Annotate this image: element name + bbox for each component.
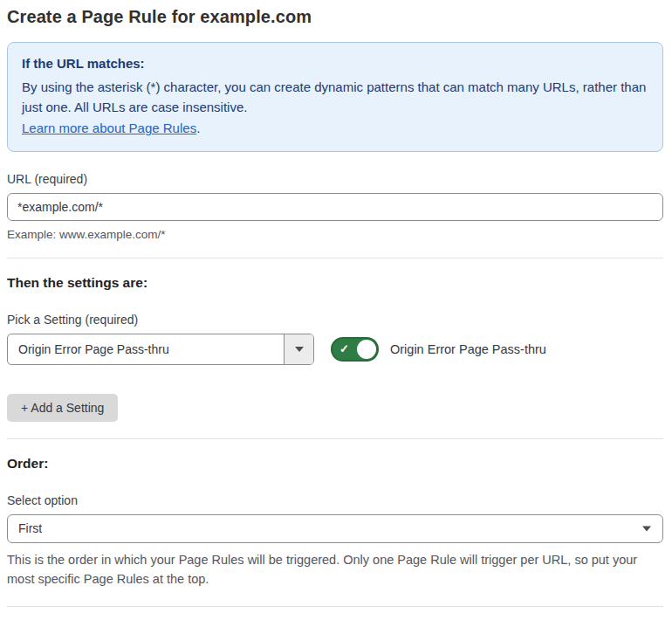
order-section-heading: Order: — [7, 456, 663, 472]
divider — [7, 438, 663, 439]
setting-select-caret-button[interactable] — [284, 334, 313, 364]
order-helper-text: This is the order in which your Page Rul… — [7, 550, 663, 589]
settings-section-heading: Then the settings are: — [7, 275, 663, 291]
info-callout-heading: If the URL matches: — [22, 53, 648, 74]
setting-select-value: Origin Error Page Pass-thru — [8, 334, 284, 364]
info-callout-body: By using the asterisk (*) character, you… — [22, 77, 648, 118]
chevron-down-icon — [295, 347, 304, 352]
url-match-info-callout: If the URL matches: By using the asteris… — [7, 42, 663, 152]
toggle-knob — [357, 340, 376, 359]
setting-row: Origin Error Page Pass-thru ✓ Origin Err… — [7, 334, 663, 365]
page-rule-form: Create a Page Rule for example.com If th… — [0, 0, 672, 620]
url-input[interactable] — [7, 193, 663, 221]
order-select[interactable]: First — [7, 514, 663, 543]
setting-toggle[interactable]: ✓ — [331, 337, 379, 362]
learn-more-link[interactable]: Learn more about Page Rules — [22, 121, 196, 135]
order-select-label: Select option — [7, 493, 663, 507]
add-setting-button[interactable]: + Add a Setting — [7, 394, 118, 422]
check-icon: ✓ — [339, 343, 349, 355]
divider — [7, 258, 663, 258]
setting-toggle-label: Origin Error Page Pass-thru — [390, 342, 546, 356]
setting-select[interactable]: Origin Error Page Pass-thru — [7, 334, 314, 365]
order-select-value: First — [18, 521, 42, 535]
info-callout-link-line: Learn more about Page Rules. — [22, 118, 648, 139]
divider — [7, 606, 663, 607]
url-example-helper: Example: www.example.com/* — [7, 228, 663, 241]
page-title: Create a Page Rule for example.com — [7, 7, 663, 27]
url-field-label: URL (required) — [7, 172, 663, 186]
pick-setting-label: Pick a Setting (required) — [7, 313, 663, 327]
link-suffix: . — [196, 121, 200, 135]
chevron-down-icon — [642, 527, 651, 532]
